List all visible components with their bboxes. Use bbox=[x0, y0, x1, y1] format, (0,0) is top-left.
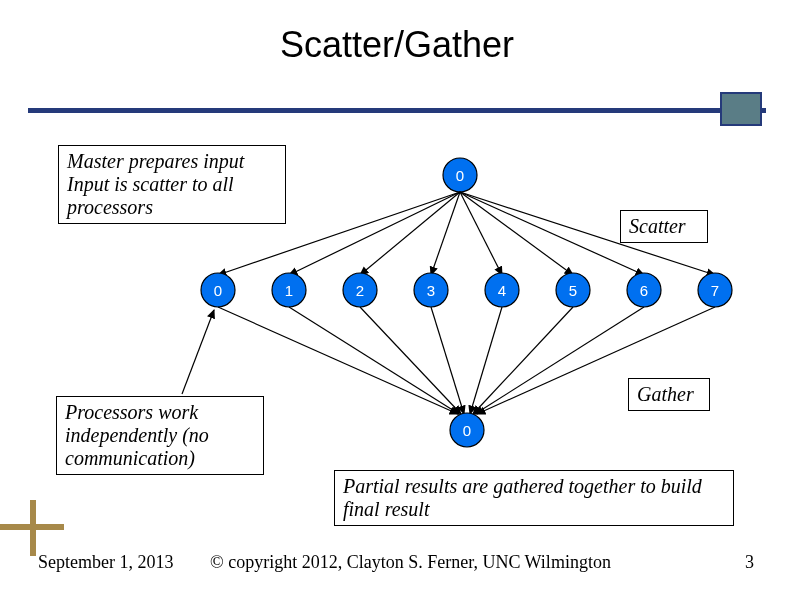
gather-edge bbox=[470, 307, 502, 414]
gather-edge bbox=[475, 307, 644, 414]
worker-node-0: 0 bbox=[201, 273, 235, 307]
root-node bbox=[443, 158, 477, 192]
svg-point-3 bbox=[272, 273, 306, 307]
worker-node-6: 6 bbox=[627, 273, 661, 307]
scatter-edge bbox=[460, 192, 644, 275]
worker-node-5: 5 bbox=[556, 273, 590, 307]
master-description-box: Master prepares inputInput is scatter to… bbox=[58, 145, 286, 224]
title-rule bbox=[28, 108, 766, 113]
svg-point-7 bbox=[414, 273, 448, 307]
svg-text:4: 4 bbox=[498, 282, 506, 299]
scatter-edge bbox=[360, 192, 460, 275]
svg-text:2: 2 bbox=[356, 282, 364, 299]
gather-edge bbox=[289, 307, 459, 414]
footer-copyright: © copyright 2012, Clayton S. Ferner, UNC… bbox=[210, 552, 611, 573]
svg-point-13 bbox=[627, 273, 661, 307]
svg-point-5 bbox=[343, 273, 377, 307]
svg-text:1: 1 bbox=[285, 282, 293, 299]
page-number: 3 bbox=[745, 552, 754, 573]
gather-label-box: Gather bbox=[628, 378, 710, 411]
processors-description-box: Processors work independently (no commun… bbox=[56, 396, 264, 475]
title-accent-box bbox=[720, 92, 762, 126]
scatter-edge bbox=[460, 192, 573, 275]
annotation-pointer bbox=[182, 310, 214, 394]
gather-edge bbox=[473, 307, 573, 414]
slide-title: Scatter/Gather bbox=[0, 0, 794, 66]
scatter-label-box: Scatter bbox=[620, 210, 708, 243]
worker-node-7: 7 bbox=[698, 273, 732, 307]
footer-date: September 1, 2013 bbox=[38, 552, 173, 573]
gather-node-label: 0 bbox=[463, 422, 471, 439]
root-node-label: 0 bbox=[456, 167, 464, 184]
svg-text:3: 3 bbox=[427, 282, 435, 299]
footer-accent-v bbox=[30, 500, 36, 556]
gather-edge bbox=[431, 307, 464, 414]
gather-edge bbox=[360, 307, 461, 414]
svg-point-1 bbox=[201, 273, 235, 307]
svg-text:0: 0 bbox=[214, 282, 222, 299]
svg-point-15 bbox=[698, 273, 732, 307]
worker-node-2: 2 bbox=[343, 273, 377, 307]
svg-text:6: 6 bbox=[640, 282, 648, 299]
svg-point-9 bbox=[485, 273, 519, 307]
worker-node-1: 1 bbox=[272, 273, 306, 307]
scatter-edge bbox=[460, 192, 502, 275]
gather-node bbox=[450, 413, 484, 447]
svg-text:5: 5 bbox=[569, 282, 577, 299]
scatter-edge bbox=[289, 192, 460, 275]
svg-text:7: 7 bbox=[711, 282, 719, 299]
worker-node-4: 4 bbox=[485, 273, 519, 307]
svg-point-11 bbox=[556, 273, 590, 307]
partial-results-box: Partial results are gathered together to… bbox=[334, 470, 734, 526]
scatter-edge bbox=[431, 192, 460, 275]
worker-node-3: 3 bbox=[414, 273, 448, 307]
